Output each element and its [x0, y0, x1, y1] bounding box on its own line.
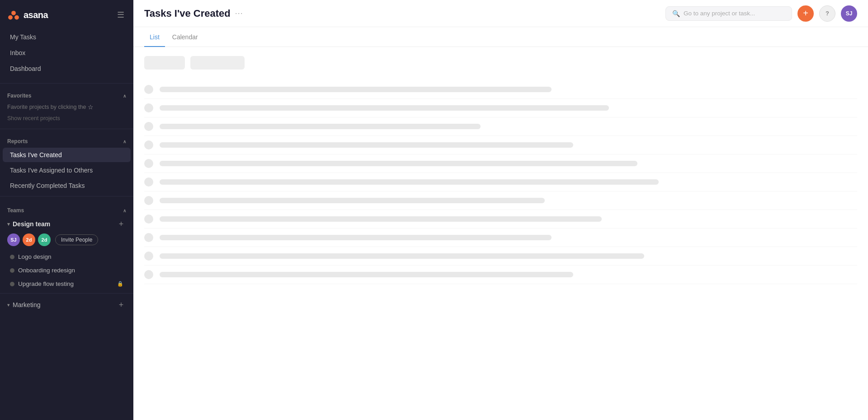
svg-point-1 — [8, 15, 13, 20]
project-upgrade-label: Upgrade flow testing — [18, 280, 74, 287]
main-content: Tasks I've Created ··· 🔍 Go to any proje… — [133, 0, 868, 420]
skeleton-row — [144, 173, 857, 191]
skeleton-row — [144, 210, 857, 229]
skeleton-line — [160, 105, 609, 111]
sidebar-item-recently-completed[interactable]: Recently Completed Tasks — [3, 178, 131, 193]
divider-4 — [0, 293, 133, 294]
favorites-chevron-icon[interactable]: ∧ — [123, 93, 126, 98]
favorites-section-header: Favorites ∧ — [0, 86, 133, 102]
marketing-label: Marketing — [13, 301, 40, 308]
skeleton-pill-1 — [144, 56, 185, 70]
teams-label: Teams — [7, 207, 24, 214]
skeleton-row — [144, 154, 857, 173]
skeleton-row — [144, 80, 857, 99]
skeleton-filters — [144, 56, 857, 70]
divider-3 — [0, 196, 133, 196]
sidebar-toggle-icon[interactable]: ☰ — [115, 8, 126, 22]
favorites-label: Favorites — [7, 93, 31, 99]
skeleton-line — [160, 142, 573, 148]
skeleton-circle — [144, 270, 153, 279]
design-team-add-button[interactable]: + — [116, 219, 126, 229]
avatar-sj[interactable]: SJ — [7, 233, 20, 246]
sidebar-item-my-tasks[interactable]: My Tasks — [3, 29, 131, 45]
page-title-area: Tasks I've Created ··· — [144, 8, 243, 19]
favorites-hint: Favorite projects by clicking the ☆ — [0, 102, 133, 113]
star-icon: ☆ — [88, 103, 94, 111]
reports-label: Reports — [7, 138, 28, 145]
project-logo-design[interactable]: Logo design — [3, 250, 131, 263]
page-title: Tasks I've Created — [144, 8, 231, 19]
tabs-bar: List Calendar — [133, 27, 868, 47]
skeleton-line — [160, 216, 602, 222]
skeleton-line — [160, 87, 552, 92]
project-upgrade-flow[interactable]: Upgrade flow testing 🔒 — [3, 277, 131, 290]
avatar-sj-initials: SJ — [10, 237, 16, 243]
search-icon: 🔍 — [672, 10, 680, 17]
design-team-label: Design team — [13, 220, 50, 228]
skeleton-row — [144, 99, 857, 117]
skeleton-line — [160, 272, 573, 277]
topbar: Tasks I've Created ··· 🔍 Go to any proje… — [133, 0, 868, 27]
skeleton-row — [144, 117, 857, 136]
project-onboarding-label: Onboarding redesign — [18, 267, 75, 274]
invite-people-button[interactable]: Invite People — [55, 234, 98, 245]
marketing-team-row: ▾ Marketing + — [0, 296, 133, 312]
skeleton-line — [160, 253, 644, 259]
dashboard-label: Dashboard — [10, 65, 41, 72]
tasks-assigned-label: Tasks I've Assigned to Others — [10, 167, 93, 174]
design-team-members-row: SJ 2d 2d Invite People — [0, 231, 133, 250]
avatar-member-3[interactable]: 2d — [38, 233, 51, 246]
skeleton-line — [160, 179, 659, 185]
content-area — [133, 47, 868, 420]
inbox-label: Inbox — [10, 49, 25, 56]
project-onboarding-redesign[interactable]: Onboarding redesign — [3, 264, 131, 277]
skeleton-row — [144, 136, 857, 154]
lock-icon: 🔒 — [117, 281, 123, 287]
logo-area: asana — [7, 9, 48, 21]
svg-point-0 — [11, 11, 16, 15]
topbar-right: 🔍 Go to any project or task... + ? SJ — [665, 5, 857, 22]
tasks-created-label: Tasks I've Created — [10, 151, 62, 159]
show-recent-projects[interactable]: Show recent projects — [0, 113, 133, 126]
teams-chevron-icon[interactable]: ∧ — [123, 208, 126, 213]
marketing-add-button[interactable]: + — [116, 300, 126, 310]
add-button[interactable]: + — [797, 5, 814, 22]
sidebar-item-dashboard[interactable]: Dashboard — [3, 61, 131, 76]
divider-2 — [0, 129, 133, 129]
sidebar-item-inbox[interactable]: Inbox — [3, 45, 131, 61]
design-team-chevron-icon: ▾ — [7, 221, 10, 227]
skeleton-line — [160, 198, 545, 203]
reports-chevron-icon[interactable]: ∧ — [123, 139, 126, 144]
sidebar-header: asana ☰ — [0, 0, 133, 27]
sidebar-nav: My Tasks Inbox Dashboard — [0, 27, 133, 80]
tab-list[interactable]: List — [144, 27, 165, 47]
skeleton-circle — [144, 233, 153, 242]
skeleton-line — [160, 235, 552, 240]
skeleton-circle — [144, 252, 153, 261]
user-avatar[interactable]: SJ — [841, 5, 857, 22]
tab-calendar[interactable]: Calendar — [167, 27, 203, 47]
design-team-name[interactable]: ▾ Design team — [7, 220, 50, 228]
project-dot-icon — [10, 255, 14, 259]
skeleton-circle — [144, 159, 153, 168]
sidebar-item-tasks-created[interactable]: Tasks I've Created — [3, 148, 131, 162]
skeleton-circle — [144, 215, 153, 224]
project-logo-design-label: Logo design — [18, 253, 52, 260]
favorites-hint-text: Favorite projects by clicking the — [7, 104, 86, 110]
my-tasks-label: My Tasks — [10, 33, 36, 41]
skeleton-row — [144, 191, 857, 210]
help-button[interactable]: ? — [819, 5, 835, 22]
marketing-team-name[interactable]: ▾ Marketing — [7, 301, 40, 308]
avatar-member-2[interactable]: 2d — [23, 233, 35, 246]
sidebar-item-tasks-assigned[interactable]: Tasks I've Assigned to Others — [3, 163, 131, 177]
teams-section-header: Teams ∧ — [0, 201, 133, 216]
marketing-chevron-icon: ▾ — [7, 302, 10, 308]
reports-section-header: Reports ∧ — [0, 132, 133, 147]
skeleton-line — [160, 124, 481, 129]
project-dot-icon — [10, 268, 14, 273]
sidebar: asana ☰ My Tasks Inbox Dashboard Favorit… — [0, 0, 133, 420]
divider-1 — [0, 83, 133, 84]
skeleton-row — [144, 266, 857, 284]
search-bar[interactable]: 🔍 Go to any project or task... — [665, 6, 792, 21]
more-options-button[interactable]: ··· — [235, 9, 243, 18]
